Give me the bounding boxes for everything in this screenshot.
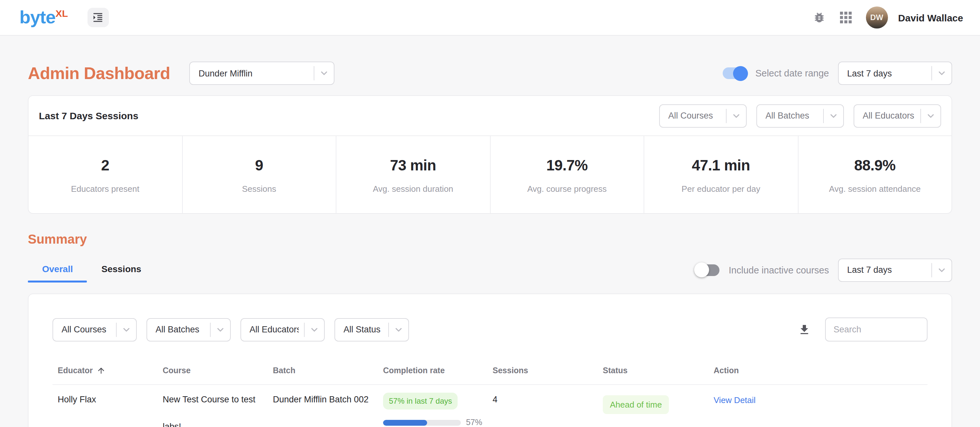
logo-sup: XL — [56, 8, 68, 19]
table-filters-row: All Courses All Batches All Educators Al… — [52, 317, 928, 341]
column-sessions[interactable]: Sessions — [487, 361, 598, 384]
apps-menu-button[interactable] — [840, 12, 851, 23]
column-educator[interactable]: Educator — [52, 361, 158, 384]
tab-label: Overall — [42, 264, 73, 274]
cell-completion-rate: 57% in last 7 days 57% — [378, 385, 487, 427]
main-content: Admin Dashboard Dunder Mifflin Select da… — [0, 62, 980, 427]
column-label: Batch — [273, 366, 295, 375]
column-label: Educator — [58, 366, 93, 375]
organization-select[interactable]: Dunder Mifflin — [189, 62, 335, 85]
sessions-batches-filter[interactable]: All Batches — [756, 104, 844, 127]
summary-date-range-select[interactable]: Last 7 days — [838, 258, 952, 281]
select-date-range-toggle[interactable] — [723, 67, 746, 79]
table-header-row: Educator Course Batch Completion rate Se… — [52, 361, 928, 385]
tab-overall[interactable]: Overall — [28, 257, 87, 283]
date-range-select[interactable]: Last 7 days — [838, 62, 952, 85]
apps-grid-icon — [840, 12, 851, 23]
completion-badge: 57% in last 7 days — [383, 393, 458, 410]
stat-per-educator-per-day: 47.1 min Per educator per day — [644, 136, 797, 213]
summary-table: Educator Course Batch Completion rate Se… — [52, 361, 928, 427]
user-avatar[interactable]: DW — [865, 6, 888, 29]
chevron-down-icon — [117, 325, 136, 334]
stat-label: Avg. session attendance — [803, 184, 946, 194]
cell-sessions: 4 — [487, 385, 598, 427]
download-button[interactable] — [798, 323, 811, 336]
active-tab-indicator — [28, 281, 87, 283]
top-bar: byteXL DW Davi — [0, 0, 980, 36]
chevron-down-icon — [921, 111, 940, 120]
completion-progress-bar — [383, 419, 461, 425]
sessions-courses-filter[interactable]: All Courses — [659, 104, 747, 127]
sessions-card-title: Last 7 Days Sessions — [39, 110, 138, 121]
column-completion-rate[interactable]: Completion rate — [378, 361, 487, 384]
sessions-stats-card: Last 7 Days Sessions All Courses All Bat… — [28, 95, 952, 214]
table-batches-filter[interactable]: All Batches — [146, 318, 231, 341]
stat-avg-course-progress: 19.7% Avg. course progress — [490, 136, 644, 213]
filter-value: All Courses — [62, 325, 111, 334]
stat-avg-session-attendance: 88.9% Avg. session attendance — [797, 136, 951, 213]
indent-menu-icon — [92, 12, 104, 23]
completion-progress-fill — [383, 419, 428, 425]
toggle-knob — [733, 66, 748, 81]
column-label: Action — [714, 366, 739, 375]
table-status-filter[interactable]: All Status — [334, 318, 409, 341]
chevron-down-icon — [211, 325, 230, 334]
stats-row: 2 Educators present 9 Sessions 73 min Av… — [29, 136, 951, 213]
column-batch[interactable]: Batch — [268, 361, 378, 384]
filter-value: All Courses — [668, 111, 721, 121]
page-title: Admin Dashboard — [28, 63, 170, 83]
filter-value: All Educators — [250, 325, 299, 334]
tab-sessions[interactable]: Sessions — [87, 257, 156, 283]
column-action[interactable]: Action — [708, 361, 928, 384]
search-input[interactable] — [825, 317, 928, 341]
logo-text: byte — [19, 7, 56, 27]
sidebar-toggle-button[interactable] — [88, 8, 109, 27]
cell-educator: Holly Flax — [52, 385, 158, 427]
bytexl-logo[interactable]: byteXL — [19, 8, 68, 27]
chevron-down-icon — [824, 111, 843, 120]
stat-sessions: 9 Sessions — [182, 136, 336, 213]
stat-value: 73 min — [342, 157, 485, 174]
table-row: Holly Flax New Test Course to test labs!… — [52, 385, 928, 427]
filter-value: All Batches — [156, 325, 205, 334]
stat-value: 88.9% — [803, 157, 946, 174]
tab-label: Sessions — [102, 264, 141, 274]
stat-label: Per educator per day — [649, 184, 792, 194]
table-courses-filter[interactable]: All Courses — [52, 318, 137, 341]
chevron-down-icon — [932, 265, 951, 275]
include-inactive-courses-toggle[interactable] — [697, 264, 720, 276]
sessions-card-header: Last 7 Days Sessions All Courses All Bat… — [29, 96, 951, 136]
include-inactive-courses-label: Include inactive courses — [729, 265, 829, 275]
table-educators-filter[interactable]: All Educators — [240, 318, 325, 341]
stat-label: Sessions — [188, 184, 331, 194]
cell-status: Ahead of time — [598, 385, 708, 427]
column-label: Completion rate — [383, 366, 445, 375]
debug-button[interactable] — [813, 11, 826, 24]
column-label: Status — [603, 366, 627, 375]
column-label: Course — [163, 366, 191, 375]
stat-label: Avg. session duration — [342, 184, 485, 194]
chevron-down-icon — [727, 111, 746, 120]
column-course[interactable]: Course — [158, 361, 268, 384]
stat-value: 9 — [188, 157, 331, 174]
chevron-down-icon — [305, 325, 324, 334]
completion-percent-label: 57% — [466, 418, 482, 427]
user-name[interactable]: David Wallace — [898, 12, 963, 23]
column-status[interactable]: Status — [598, 361, 708, 384]
status-badge: Ahead of time — [603, 395, 669, 414]
sessions-educators-filter[interactable]: All Educators — [854, 104, 941, 127]
date-range-select-value: Last 7 days — [847, 68, 926, 78]
filter-value: All Status — [344, 325, 383, 334]
cell-batch: Dunder Mifflin Batch 002 — [268, 385, 378, 427]
stat-value: 2 — [34, 157, 177, 174]
stat-avg-session-duration: 73 min Avg. session duration — [336, 136, 490, 213]
chevron-down-icon — [315, 69, 334, 78]
organization-select-value: Dunder Mifflin — [199, 68, 309, 78]
app-root: byteXL DW Davi — [0, 0, 980, 427]
filter-value: All Batches — [765, 111, 818, 121]
page-header-row: Admin Dashboard Dunder Mifflin Select da… — [28, 62, 952, 85]
stat-label: Avg. course progress — [495, 184, 638, 194]
view-detail-link[interactable]: View Detail — [714, 395, 756, 405]
filter-value: All Educators — [863, 111, 915, 121]
summary-tabs-row: Overall Sessions Include inactive course… — [28, 257, 952, 283]
